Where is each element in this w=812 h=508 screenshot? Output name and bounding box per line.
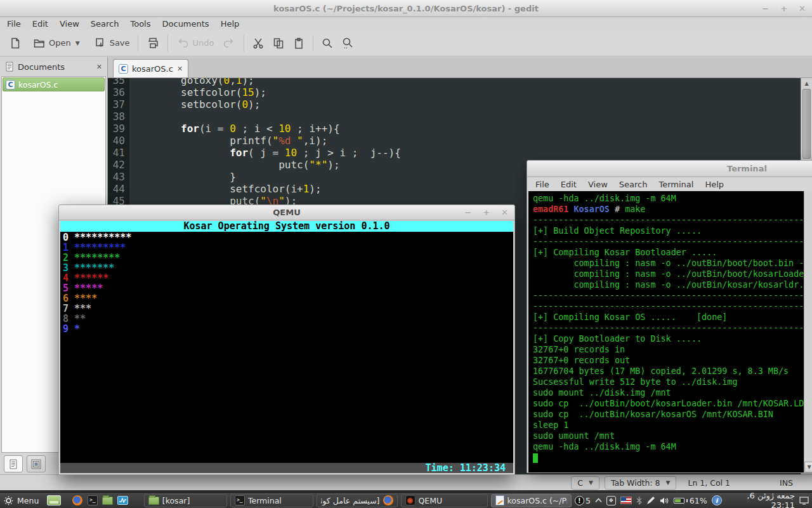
qemu-titlebar[interactable]: QEMU − + ✕	[59, 205, 514, 220]
find-button[interactable]	[317, 34, 337, 52]
tray-app-button[interactable]: ❖	[606, 496, 616, 505]
bluetooth-button[interactable]	[636, 496, 642, 505]
cut-button[interactable]	[248, 34, 268, 52]
menu-help[interactable]: Help	[699, 178, 730, 190]
code-line: putc("*");	[132, 159, 401, 171]
scroll-up-icon[interactable]: ▲	[801, 78, 812, 88]
terminal-titlebar[interactable]: Terminal	[527, 161, 812, 177]
show-desktop-corner-button[interactable]	[799, 497, 809, 505]
code-line: setfcolor(15);	[132, 86, 401, 98]
terminal-window: Terminal File Edit View Search Terminal …	[527, 160, 812, 473]
menu-documents[interactable]: Documents	[157, 18, 215, 30]
task-qemu[interactable]: QEMU	[401, 494, 488, 507]
task-gedit-kosaros[interactable]: kosarOS.c (~/Pr...	[491, 494, 572, 507]
side-panel-close-icon[interactable]: ✕	[96, 63, 102, 71]
terminal-line: ----------------------------------------…	[533, 323, 804, 333]
line-number: 37	[108, 98, 125, 110]
new-document-icon	[9, 37, 22, 50]
file-manager-launcher[interactable]	[102, 495, 114, 506]
tag-list-view-button[interactable]	[27, 455, 46, 472]
menu-help[interactable]: Help	[215, 18, 246, 30]
terminal-line: qemu -hda ../disk.img -m 64M	[533, 193, 804, 204]
find-replace-button[interactable]	[337, 34, 358, 52]
terminal-line: [+] Build Object Repository .....	[533, 225, 804, 236]
battery-indicator[interactable]: 61%	[674, 496, 707, 505]
qemu-star-row: 1 *********	[63, 243, 513, 253]
menu-view[interactable]: View	[582, 178, 613, 190]
new-document-button[interactable]	[5, 34, 25, 52]
clock[interactable]: جمعه ژوئن 6, 23:11	[726, 491, 795, 508]
menu-edit[interactable]: Edit	[27, 18, 54, 30]
desktop-icon	[799, 497, 809, 505]
print-button[interactable]	[142, 34, 164, 52]
tray-collapse-button[interactable]	[595, 498, 602, 503]
qemu-output-rows: 0 **********1 *********2 ********3 *****…	[60, 232, 513, 334]
terminal-line: compiling : nasm -o ../outBin/boot/boot.…	[533, 258, 804, 269]
save-button[interactable]: Save	[90, 34, 134, 52]
menu-search[interactable]: Search	[85, 18, 125, 30]
maximize-button[interactable]: +	[483, 208, 490, 217]
terminal-scrollbar[interactable]: ▼	[804, 191, 812, 472]
os-banner: Kosar Operating System version 0.1.0	[60, 221, 513, 232]
tab-close-icon[interactable]: ✕	[177, 65, 183, 73]
qemu-screen[interactable]: Kosar Operating System version 0.1.0 0 *…	[60, 221, 513, 473]
menu-view[interactable]: View	[54, 18, 85, 30]
terminal-line: ----------------------------------------…	[533, 301, 804, 312]
language-combo[interactable]: C ▼	[571, 476, 599, 490]
firefox-launcher[interactable]	[72, 495, 84, 506]
tab-kosaros-c[interactable]: C kosarOS.c ✕	[113, 59, 188, 77]
tab-label: kosarOS.c	[132, 64, 173, 74]
side-panel-header[interactable]: Documents ✕	[0, 57, 107, 76]
paste-button[interactable]	[289, 34, 309, 52]
menu-edit[interactable]: Edit	[555, 178, 582, 190]
tablet-pen-button[interactable]	[646, 496, 655, 505]
c-file-icon: C	[119, 64, 128, 74]
side-panel-title: Documents	[18, 62, 65, 72]
qemu-star-row: 2 ********	[63, 253, 513, 263]
print-icon	[146, 37, 160, 50]
task-terminal[interactable]: >_ Terminal	[230, 494, 313, 507]
scroll-down-icon[interactable]: ▼	[804, 462, 812, 472]
gedit-titlebar[interactable]: kosarOS.c (~/Projects/kosar_0.1.0/KosarO…	[0, 0, 812, 17]
task-firefox-kosar-page[interactable]: [سیستم عامل کوثر...	[317, 494, 397, 507]
task-kosar-folder[interactable]: [kosar]	[144, 494, 227, 507]
open-button[interactable]: Open ▼	[29, 34, 84, 52]
terminal-screen[interactable]: qemu -hda ../disk.img -m 64MemadR61 Kosa…	[528, 191, 804, 472]
menu-file[interactable]: File	[1, 18, 27, 30]
terminal-line: ----------------------------------------…	[533, 236, 804, 247]
gedit-window-title: kosarOS.c (~/Projects/kosar_0.1.0/KosarO…	[273, 4, 539, 13]
terminal-line: 32767+0 records out	[533, 355, 804, 366]
documents-view-button[interactable]	[4, 455, 23, 472]
qemu-star-row: 5 *****	[63, 283, 513, 293]
line-number: 36	[108, 86, 125, 98]
update-manager-button[interactable]: i	[712, 495, 722, 505]
close-button[interactable]: ✕	[799, 4, 806, 13]
copy-button[interactable]	[268, 34, 289, 52]
terminal-line: ----------------------------------------…	[533, 290, 804, 301]
menu-button[interactable]: Menu	[0, 493, 44, 508]
menu-search[interactable]: Search	[613, 178, 653, 190]
menu-tools[interactable]: Tools	[124, 18, 156, 30]
maximize-button[interactable]: +	[780, 4, 787, 13]
close-button[interactable]: ✕	[501, 208, 508, 217]
minimize-button[interactable]: −	[762, 4, 769, 13]
tab-width-combo[interactable]: Tab Width: 8 ▼	[605, 476, 677, 490]
menu-file[interactable]: File	[530, 178, 555, 190]
terminal-launcher[interactable]: >_	[86, 495, 99, 506]
c-file-icon: C	[6, 80, 15, 90]
minimize-button[interactable]: −	[464, 208, 471, 217]
qemu-star-row: 9 *	[63, 324, 513, 334]
line-number: 38	[108, 110, 125, 123]
show-desktop-button[interactable]	[45, 495, 62, 506]
document-list-item[interactable]: C kosarOS.c	[3, 77, 105, 91]
system-monitor-launcher[interactable]	[116, 495, 129, 506]
open-dropdown-caret[interactable]: ▼	[75, 40, 80, 46]
keyboard-layout-button[interactable]	[620, 497, 632, 504]
update-notifier[interactable]: ! 5	[575, 496, 591, 505]
scrollbar-thumb[interactable]	[802, 89, 811, 159]
menu-terminal[interactable]: Terminal	[653, 178, 699, 190]
search-replace-icon	[341, 37, 354, 50]
folder-icon	[148, 497, 159, 505]
save-icon	[94, 37, 107, 50]
volume-button[interactable]	[660, 497, 669, 505]
